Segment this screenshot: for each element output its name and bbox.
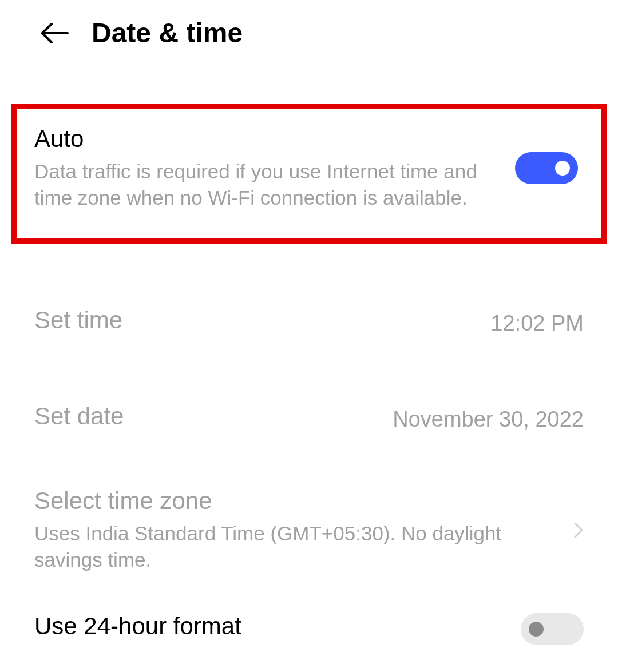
timezone-row[interactable]: Select time zone Uses India Standard Tim… [0,487,618,572]
arrow-left-icon [40,22,69,44]
format-24h-label: Use 24-hour format [34,613,241,640]
auto-setting-text: Auto Data traffic is required if you use… [34,125,515,210]
format-24h-row[interactable]: Use 24-hour format [0,613,618,646]
back-button[interactable] [40,22,69,45]
toggle-thumb [555,161,570,176]
timezone-text: Select time zone Uses India Standard Tim… [34,487,562,572]
set-date-row[interactable]: Set date November 30, 2022 [0,403,618,436]
chevron-right-icon [573,522,584,539]
auto-setting-row[interactable]: Auto Data traffic is required if you use… [34,125,578,210]
auto-setting-title: Auto [34,125,498,153]
header: Date & time [0,0,618,69]
set-date-value: November 30, 2022 [393,407,584,432]
format-24h-toggle[interactable] [521,613,584,645]
toggle-thumb [529,622,544,637]
auto-setting-highlight: Auto Data traffic is required if you use… [11,104,607,244]
set-date-label: Set date [34,403,124,430]
timezone-label: Select time zone [34,487,545,515]
content: Auto Data traffic is required if you use… [0,104,618,646]
auto-setting-description: Data traffic is required if you use Inte… [34,158,498,210]
set-time-value: 12:02 PM [490,311,584,336]
set-time-label: Set time [34,307,122,334]
timezone-description: Uses India Standard Time (GMT+05:30). No… [34,520,545,572]
set-time-row[interactable]: Set time 12:02 PM [0,307,618,340]
auto-toggle[interactable] [515,152,578,184]
page-title: Date & time [92,17,243,49]
